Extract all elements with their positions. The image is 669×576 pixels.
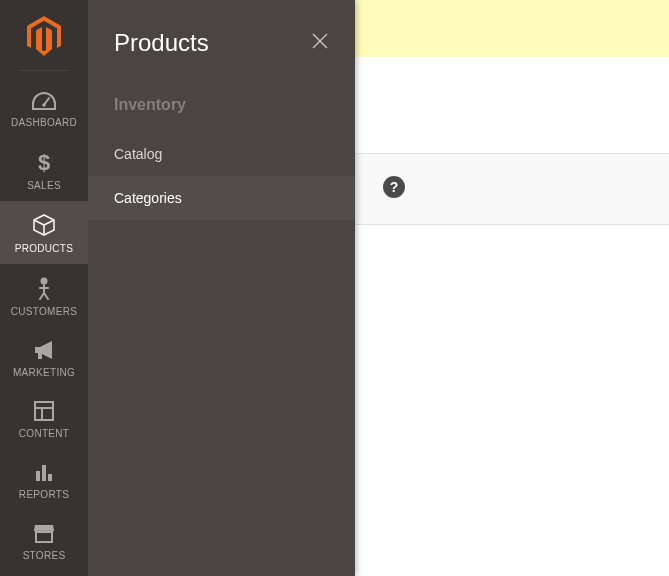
sidebar-item-reports[interactable]: REPORTS [0, 449, 88, 510]
notice-banner [355, 0, 669, 57]
main-content: ? [355, 0, 669, 576]
magento-logo-icon [27, 16, 61, 56]
layout-icon [33, 400, 55, 422]
page-toolbar: ? [355, 153, 669, 225]
flyout-title: Products [114, 29, 209, 57]
megaphone-icon [32, 339, 56, 361]
close-icon [311, 32, 329, 50]
svg-rect-11 [36, 532, 52, 542]
sidebar-item-stores[interactable]: STORES [0, 510, 88, 571]
magento-logo[interactable] [26, 16, 62, 56]
nav-label: REPORTS [19, 489, 69, 500]
svg-point-1 [42, 103, 46, 107]
dollar-icon: $ [36, 150, 52, 174]
storefront-icon [32, 522, 56, 544]
nav-label: MARKETING [13, 367, 75, 378]
help-button[interactable]: ? [383, 176, 405, 198]
nav-label: CUSTOMERS [11, 306, 77, 317]
svg-rect-8 [36, 471, 40, 481]
nav-label: SALES [27, 180, 61, 191]
help-icon: ? [390, 179, 399, 195]
flyout-header: Products [88, 0, 355, 82]
box-icon [32, 213, 56, 237]
products-flyout: Products Inventory Catalog Categories [88, 0, 355, 576]
bar-chart-icon [33, 461, 55, 483]
nav-label: CONTENT [19, 428, 69, 439]
sidebar-item-content[interactable]: CONTENT [0, 388, 88, 449]
flyout-section-label: Inventory [88, 82, 355, 132]
person-icon [35, 276, 53, 300]
svg-rect-9 [42, 465, 46, 481]
admin-sidebar: DASHBOARD $ SALES PRODUCTS CUSTOMERS MAR… [0, 0, 88, 576]
nav-label: DASHBOARD [11, 117, 77, 128]
nav-label: PRODUCTS [15, 243, 74, 254]
gauge-icon [31, 91, 57, 111]
menu-item-categories[interactable]: Categories [88, 176, 355, 220]
svg-rect-4 [38, 353, 42, 359]
svg-rect-10 [48, 474, 52, 481]
sidebar-item-marketing[interactable]: MARKETING [0, 327, 88, 388]
sidebar-item-customers[interactable]: CUSTOMERS [0, 264, 88, 327]
nav-label: STORES [23, 550, 66, 561]
svg-point-3 [41, 278, 48, 285]
svg-text:$: $ [38, 150, 50, 174]
svg-rect-5 [35, 402, 53, 420]
close-button[interactable] [307, 28, 333, 58]
menu-item-catalog[interactable]: Catalog [88, 132, 355, 176]
sidebar-item-dashboard[interactable]: DASHBOARD [0, 79, 88, 138]
sidebar-item-products[interactable]: PRODUCTS [0, 201, 88, 264]
divider [19, 70, 69, 71]
sidebar-item-sales[interactable]: $ SALES [0, 138, 88, 201]
